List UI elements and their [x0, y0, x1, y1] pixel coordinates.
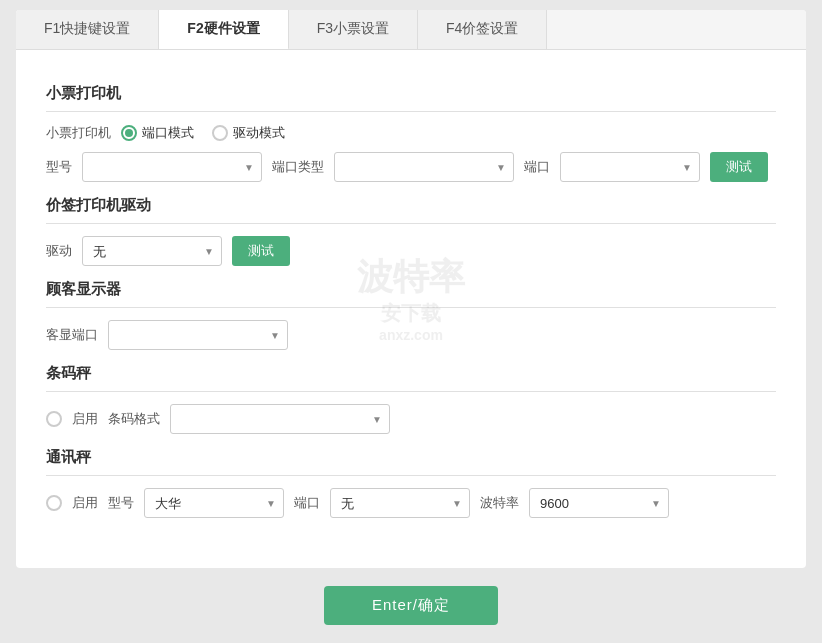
receipt-test-button[interactable]: 测试	[710, 152, 768, 182]
port-select[interactable]	[560, 152, 700, 182]
price-test-button[interactable]: 测试	[232, 236, 290, 266]
customer-port-select-wrapper	[108, 320, 288, 350]
divider-customer	[46, 307, 776, 308]
divider-comm	[46, 475, 776, 476]
driver-select[interactable]: 无	[82, 236, 222, 266]
comm-enable-radio[interactable]	[46, 495, 62, 511]
customer-port-select[interactable]	[108, 320, 288, 350]
comm-model-label: 型号	[108, 494, 134, 512]
divider-barcode	[46, 391, 776, 392]
comm-port-select[interactable]: 无	[330, 488, 470, 518]
customer-display-title: 顾客显示器	[46, 280, 776, 299]
comm-baud-label: 波特率	[480, 494, 519, 512]
price-printer-row: 驱动 无 测试	[46, 236, 776, 266]
comm-model-select[interactable]: 大华	[144, 488, 284, 518]
comm-scale-title: 通讯秤	[46, 448, 776, 467]
receipt-printer-config-row: 型号 端口类型 端口 测试	[46, 152, 776, 182]
comm-enable-label: 启用	[72, 494, 98, 512]
mode-port-radio-circle	[121, 125, 137, 141]
barcode-format-select[interactable]	[170, 404, 390, 434]
customer-display-row: 客显端口	[46, 320, 776, 350]
comm-baud-select[interactable]: 9600	[529, 488, 669, 518]
port-type-select-wrapper	[334, 152, 514, 182]
divider-price	[46, 223, 776, 224]
comm-model-select-wrapper: 大华	[144, 488, 284, 518]
receipt-printer-mode-row: 小票打印机 端口模式 驱动模式	[46, 124, 776, 142]
receipt-mode-group: 端口模式 驱动模式	[121, 124, 285, 142]
tab-bar: F1快捷键设置 F2硬件设置 F3小票设置 F4价签设置	[16, 10, 806, 50]
mode-driver-radio[interactable]: 驱动模式	[212, 124, 285, 142]
comm-port-select-wrapper: 无	[330, 488, 470, 518]
model-select-wrapper	[82, 152, 262, 182]
tab-f3[interactable]: F3小票设置	[289, 10, 418, 49]
port-type-select[interactable]	[334, 152, 514, 182]
tab-f1[interactable]: F1快捷键设置	[16, 10, 159, 49]
mode-driver-radio-circle	[212, 125, 228, 141]
model-select[interactable]	[82, 152, 262, 182]
barcode-format-label: 条码格式	[108, 410, 160, 428]
driver-select-wrapper: 无	[82, 236, 222, 266]
comm-port-label: 端口	[294, 494, 320, 512]
customer-port-label: 客显端口	[46, 326, 98, 344]
receipt-printer-title: 小票打印机	[46, 84, 776, 103]
price-printer-title: 价签打印机驱动	[46, 196, 776, 215]
confirm-button[interactable]: Enter/确定	[324, 586, 498, 625]
barcode-scale-row: 启用 条码格式	[46, 404, 776, 434]
barcode-enable-radio[interactable]	[46, 411, 62, 427]
comm-scale-row: 启用 型号 大华 端口 无 波特率 9600	[46, 488, 776, 518]
driver-label: 驱动	[46, 242, 72, 260]
port-type-label: 端口类型	[272, 158, 324, 176]
receipt-printer-label: 小票打印机	[46, 124, 111, 142]
comm-baud-select-wrapper: 9600	[529, 488, 669, 518]
port-select-wrapper	[560, 152, 700, 182]
mode-port-radio[interactable]: 端口模式	[121, 124, 194, 142]
barcode-scale-title: 条码秤	[46, 364, 776, 383]
barcode-format-select-wrapper	[170, 404, 390, 434]
mode-port-label: 端口模式	[142, 124, 194, 142]
tab-f4[interactable]: F4价签设置	[418, 10, 547, 49]
divider-receipt	[46, 111, 776, 112]
mode-driver-label: 驱动模式	[233, 124, 285, 142]
bottom-bar: Enter/确定	[324, 586, 498, 639]
barcode-enable-label: 启用	[72, 410, 98, 428]
model-label: 型号	[46, 158, 72, 176]
tab-f2[interactable]: F2硬件设置	[159, 10, 288, 50]
port-label: 端口	[524, 158, 550, 176]
